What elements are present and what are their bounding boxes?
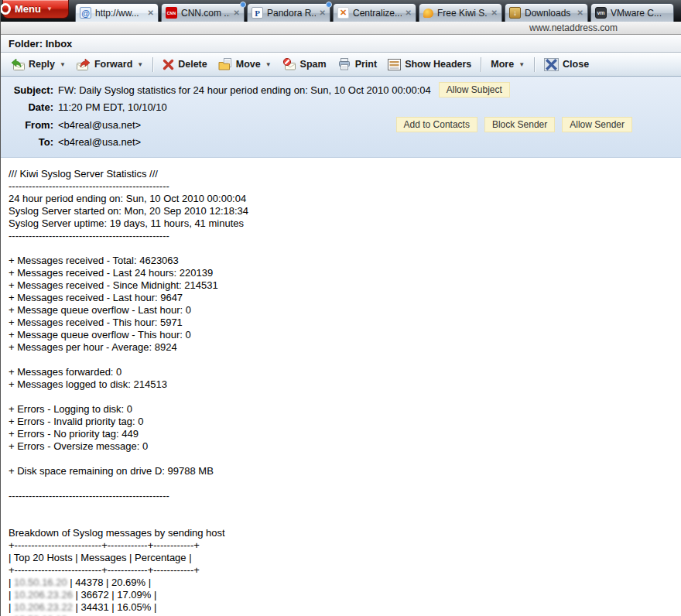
- chevron-down-icon: ▼: [518, 61, 525, 68]
- from-row: From: <b4real@usa.net> Add to Contacts B…: [1, 115, 681, 134]
- toolbar-separator: [152, 57, 153, 72]
- downloads-icon: ↓: [509, 7, 521, 19]
- message-body-line: + Messages logged to disk: 214513: [9, 378, 673, 391]
- message-body-line: [9, 354, 673, 366]
- opera-menu-button[interactable]: Menu ▼: [2, 0, 69, 19]
- forward-button[interactable]: Forward ▼: [71, 56, 149, 73]
- spam-icon: [282, 58, 296, 70]
- block-sender-button[interactable]: Block Sender: [484, 117, 555, 132]
- spam-label: Spam: [300, 59, 327, 70]
- forward-label: Forward: [94, 59, 132, 70]
- print-button[interactable]: Print: [332, 56, 382, 73]
- message-body-line: ----------------------------------------…: [9, 180, 673, 193]
- message-body-line: ----------------------------------------…: [9, 230, 673, 242]
- message-body-line: ----------------------------------------…: [9, 490, 673, 502]
- message-body-line: Syslog Server started on: Mon, 20 Sep 20…: [9, 205, 673, 217]
- message-body-line: + Message queue overflow - Last hour: 0: [9, 304, 673, 317]
- tab-indicator-dot: [240, 2, 246, 8]
- to-row: To: <b4real@usa.net>: [1, 134, 681, 150]
- more-button[interactable]: More ▼: [485, 56, 530, 72]
- message-body-line: +--------------------------+------------…: [9, 539, 673, 552]
- message-body-line: + Errors - Logging to disk: 0: [9, 403, 673, 416]
- tab-centralize[interactable]: ✕ Centralize... ✕: [333, 3, 416, 22]
- message-body-line: [9, 502, 673, 515]
- message-body-line: | Top 20 Hosts | Messages | Percentage |: [9, 552, 673, 564]
- spam-button[interactable]: Spam: [277, 56, 332, 73]
- tab-close-icon[interactable]: ✕: [491, 9, 498, 17]
- allow-subject-button[interactable]: Allow Subject: [439, 82, 510, 98]
- delete-icon: [163, 59, 174, 70]
- message-body-line: + Errors - Oversize message: 0: [9, 440, 673, 453]
- close-icon: [544, 58, 559, 71]
- message-body-line: + Messages received - Total: 4623063: [9, 255, 673, 267]
- from-label: From:: [7, 119, 53, 131]
- message-body-line: Breakdown of Syslog messages by sending …: [9, 527, 673, 539]
- tab-pandora[interactable]: P Pandora R... ✕: [247, 3, 330, 22]
- chevron-down-icon: ▼: [46, 5, 53, 12]
- page-address-strip: www.netaddress.com: [1, 22, 681, 35]
- message-body-line: [9, 242, 673, 255]
- forward-icon: [77, 59, 91, 70]
- at-icon: @: [80, 7, 91, 19]
- message-body: /// Kiwi Syslog Server Statistics ///---…: [1, 158, 681, 616]
- message-body-line: [9, 453, 673, 465]
- redacted-host-ip: 10.206.23.22: [14, 601, 73, 613]
- subject-row: Subject: FW: Daily Syslog statistics for…: [1, 80, 681, 99]
- message-body-line: [9, 477, 673, 490]
- tab-close-icon[interactable]: ✕: [148, 9, 154, 17]
- tab-free-kiwi[interactable]: Free Kiwi S... ✕: [419, 3, 502, 22]
- toolbar-separator: [534, 57, 535, 72]
- reply-button[interactable]: Reply ▼: [5, 56, 71, 73]
- tab-netaddress[interactable]: @ http://ww... ✕: [75, 3, 159, 22]
- opera-logo-icon: [0, 3, 11, 15]
- close-button[interactable]: Close: [539, 56, 594, 74]
- sender-actions: Add to Contacts Block Sender Allow Sende…: [396, 117, 632, 132]
- tab-close-icon[interactable]: ✕: [406, 9, 412, 17]
- move-button[interactable]: Move ▼: [213, 56, 277, 73]
- from-value: <b4real@usa.net>: [58, 119, 141, 131]
- move-label: Move: [236, 59, 261, 70]
- message-body-line: + Messages forwarded: 0: [9, 366, 673, 378]
- add-to-contacts-button[interactable]: Add to Contacts: [396, 117, 477, 132]
- message-body-line: | 10.50.16.20 | 44378 | 20.69% |: [9, 577, 673, 589]
- allow-sender-button[interactable]: Allow Sender: [562, 117, 632, 132]
- page-address: www.netaddress.com: [529, 22, 618, 33]
- show-headers-button[interactable]: Show Headers: [382, 56, 477, 73]
- tab-close-icon[interactable]: ✕: [577, 9, 583, 17]
- vmware-icon: vm: [595, 7, 607, 19]
- chevron-down-icon: ▼: [265, 61, 272, 68]
- more-label: More: [491, 59, 514, 70]
- print-icon: [337, 58, 351, 70]
- folder-bar: Folder: Inbox: [1, 35, 681, 53]
- date-value: 11:20 PM EDT, 10/10/10: [58, 101, 167, 113]
- message-body-line: + Errors - Invalid priority tag: 0: [9, 416, 673, 428]
- subject-label: Subject:: [7, 84, 53, 96]
- message-header-panel: Subject: FW: Daily Syslog statistics for…: [1, 77, 681, 158]
- tab-label: Pandora R...: [267, 8, 316, 19]
- reply-label: Reply: [29, 59, 55, 70]
- message-body-line: + Disk space remaining on drive D: 99788…: [9, 465, 673, 477]
- folder-title: Folder: Inbox: [9, 38, 72, 50]
- mail-toolbar: Reply ▼ Forward ▼ Delete M: [1, 53, 681, 77]
- tab-downloads[interactable]: ↓ Downloads ✕: [505, 3, 588, 22]
- tab-label: CNN.com ...: [181, 8, 230, 19]
- message-body-line: + Errors - No priority tag: 449: [9, 428, 673, 440]
- tab-close-icon[interactable]: ✕: [320, 9, 326, 17]
- date-label: Date:: [7, 101, 53, 113]
- message-body-line: [9, 515, 673, 527]
- close-label: Close: [563, 59, 589, 70]
- redacted-host-ip: 10.206.23.26: [14, 589, 73, 601]
- tab-label: Downloads: [525, 8, 573, 19]
- tab-close-icon[interactable]: ✕: [234, 9, 240, 17]
- delete-button[interactable]: Delete: [157, 56, 213, 73]
- show-headers-label: Show Headers: [405, 59, 471, 70]
- tab-cnn[interactable]: CNN CNN.com ... ✕: [161, 3, 245, 22]
- message-body-line: | 10.206.23.26 | 36672 | 17.09% |: [9, 589, 673, 601]
- tab-vmware[interactable]: vm VMware C...: [590, 3, 674, 22]
- message-body-line: 24 hour period ending on: Sun, 10 Oct 20…: [9, 193, 673, 205]
- tab-label: VMware C...: [611, 8, 669, 19]
- subject-value: FW: Daily Syslog statistics for 24 hour …: [58, 84, 431, 96]
- date-row: Date: 11:20 PM EDT, 10/10/10: [1, 99, 681, 115]
- message-body-line: [9, 391, 673, 403]
- message-body-line: + Message queue overflow - This hour: 0: [9, 329, 673, 341]
